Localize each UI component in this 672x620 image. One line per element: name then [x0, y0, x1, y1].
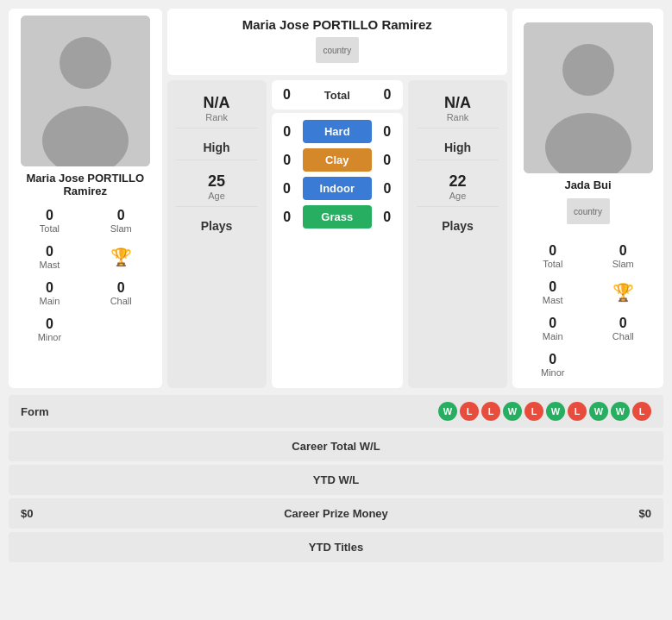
p1-total-score: 0 [279, 87, 296, 103]
hard-row: 0 Hard 0 [279, 120, 396, 143]
p2-hard-score: 0 [379, 124, 396, 140]
player1-chall-cell: 0 Chall [87, 277, 155, 310]
form-badges: WLLWLWLWWL [438, 402, 651, 421]
ytd-wl-row: YTD W/L [9, 465, 663, 495]
player2-chall-cell: 0 Chall [590, 312, 657, 345]
indoor-button[interactable]: Indoor [303, 177, 372, 200]
player2-chall-label: Chall [612, 331, 634, 341]
player1-chall-label: Chall [110, 296, 132, 306]
player1-slam-value: 0 [117, 208, 125, 223]
match-area: N/A Rank High 25 Age Plays [167, 80, 507, 388]
player1-stats-panel: N/A Rank High 25 Age Plays [167, 80, 267, 388]
ytd-titles-label: YTD Titles [309, 541, 363, 554]
player1-country: country [316, 37, 359, 63]
trophy-cell-right: 🏆 [590, 276, 657, 309]
player1-info-card: Maria Jose PORTILLO Ramirez country [167, 9, 507, 75]
player2-high-item: High [417, 135, 499, 160]
form-badge-l: L [568, 402, 587, 421]
player1-plays-text: Plays [201, 219, 233, 233]
player2-plays-text: Plays [442, 219, 474, 233]
form-badge-w: W [546, 402, 565, 421]
svg-point-1 [60, 37, 111, 89]
grass-row: 0 Grass 0 [279, 205, 396, 229]
player1-high-item: High [176, 135, 258, 160]
grass-button[interactable]: Grass [303, 205, 372, 229]
form-badge-w: W [611, 402, 630, 421]
player2-chall-value: 0 [619, 316, 627, 331]
form-badge-l: L [460, 402, 479, 421]
player1-mast-label: Mast [39, 260, 60, 270]
player1-main-cell: 0 Main [16, 277, 84, 310]
player2-info-top: Jada Bui country [519, 16, 656, 235]
player1-name: Maria Jose PORTILLO Ramirez [16, 172, 155, 197]
clay-row: 0 Clay 0 [279, 148, 396, 172]
player1-main-value: 0 [46, 280, 53, 296]
svg-point-4 [562, 44, 614, 96]
player1-avatar [21, 16, 150, 166]
player1-minor-cell: 0 Minor [16, 313, 84, 346]
player2-stats-grid: 0 Total 0 Slam 0 Mast 🏆 0 Main [519, 240, 656, 381]
p1-hard-score: 0 [279, 124, 296, 140]
player2-age-label: Age [449, 191, 467, 201]
player2-rank-label: Rank [447, 112, 469, 122]
player1-info-name: Maria Jose PORTILLO Ramirez [242, 17, 432, 32]
player2-total-cell: 0 Total [519, 240, 587, 272]
player1-rank-value: N/A [204, 94, 230, 112]
player2-slam-cell: 0 Slam [590, 240, 657, 272]
player2-avatar [524, 22, 653, 173]
player1-mast-cell: 0 Mast [16, 241, 84, 273]
player2-rank-value: N/A [444, 94, 471, 112]
form-badge-l: L [481, 402, 500, 421]
bottom-section: Form WLLWLWLWWL Career Total W/L YTD W/L… [9, 395, 663, 562]
trophy-cell: 🏆 [87, 241, 155, 273]
total-row: 0 Total 0 [272, 80, 403, 110]
player2-high-text: High [444, 141, 471, 154]
player2-slam-value: 0 [619, 243, 627, 259]
clay-button[interactable]: Clay [303, 148, 372, 172]
p2-grass-score: 0 [379, 210, 396, 225]
prize-row: $0 Career Prize Money $0 [9, 498, 663, 529]
p2-clay-score: 0 [379, 153, 396, 168]
player1-rank-label: Rank [205, 112, 228, 122]
player2-card: Jada Bui country 0 Total 0 Slam 0 Mast [512, 9, 663, 388]
player1-slam-label: Slam [110, 223, 132, 234]
indoor-row: 0 Indoor 0 [279, 177, 396, 200]
form-badge-l: L [632, 402, 651, 421]
player1-age-label: Age [208, 191, 225, 201]
form-row: Form WLLWLWLWWL [9, 395, 663, 428]
trophy-icon-right: 🏆 [612, 282, 634, 303]
top-section: Maria Jose PORTILLO Ramirez 0 Total 0 Sl… [9, 9, 663, 388]
player1-card: Maria Jose PORTILLO Ramirez 0 Total 0 Sl… [9, 9, 162, 388]
player2-main-value: 0 [549, 316, 556, 331]
p2-prize: $0 [639, 507, 651, 520]
player2-age-value: 22 [449, 172, 466, 191]
player2-name: Jada Bui [564, 178, 611, 191]
form-badge-w: W [589, 402, 608, 421]
form-badge-w: W [503, 402, 522, 421]
player2-country: country [567, 198, 610, 224]
player1-chall-value: 0 [117, 280, 125, 296]
player1-minor-label: Minor [38, 332, 62, 342]
surfaces-panel: 0 Hard 0 0 Clay 0 0 Indoor 0 [272, 113, 403, 388]
player1-stats-grid: 0 Total 0 Slam 0 Mast 🏆 0 Main [16, 204, 155, 346]
player1-mast-value: 0 [46, 244, 53, 260]
p1-clay-score: 0 [279, 153, 296, 168]
player2-plays-item: Plays [417, 214, 499, 238]
total-label: Total [324, 89, 350, 102]
player2-rank-item: N/A Rank [417, 89, 499, 128]
player2-stats-panel: N/A Rank High 22 Age Plays [408, 80, 507, 388]
p1-indoor-score: 0 [279, 181, 296, 197]
player1-age-value: 25 [208, 172, 225, 191]
ytd-wl-label: YTD W/L [313, 473, 359, 486]
trophy-icon: 🏆 [110, 247, 132, 267]
p1-grass-score: 0 [279, 210, 296, 225]
hard-button[interactable]: Hard [303, 120, 372, 143]
p2-total-score: 0 [379, 87, 396, 103]
player1-total-cell: 0 Total [16, 204, 84, 237]
player2-mast-label: Mast [543, 295, 563, 305]
player1-plays-item: Plays [176, 214, 258, 238]
center-match-col: 0 Total 0 0 Hard 0 0 Clay [272, 80, 403, 388]
p2-indoor-score: 0 [379, 181, 396, 197]
player2-slam-label: Slam [612, 259, 634, 269]
player2-mast-cell: 0 Mast [519, 276, 587, 309]
